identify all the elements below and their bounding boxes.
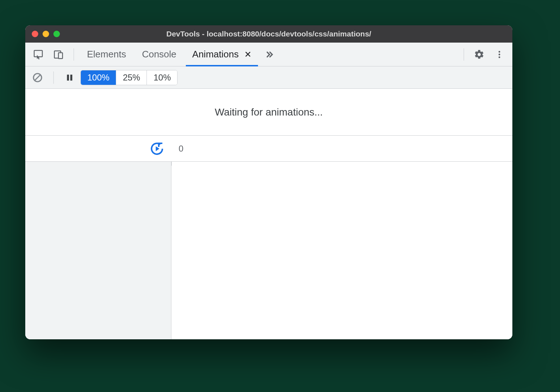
svg-point-5: [499, 56, 500, 58]
divider: [74, 48, 74, 61]
minimize-window-button[interactable]: [43, 31, 49, 37]
clear-button[interactable]: [30, 70, 45, 86]
playback-speed-group: 100% 25% 10%: [80, 70, 178, 85]
animation-timeline-pane[interactable]: [171, 162, 512, 339]
tab-elements[interactable]: Elements: [79, 43, 134, 66]
svg-rect-8: [67, 74, 69, 80]
svg-point-3: [499, 51, 500, 53]
speed-100-button[interactable]: 100%: [81, 70, 116, 85]
tab-label: Elements: [87, 49, 126, 60]
ruler-controls: [25, 136, 171, 161]
svg-rect-0: [34, 50, 43, 57]
timeline-ruler: 0: [25, 136, 512, 162]
ruler-tick: [171, 161, 172, 166]
animations-toolbar: 100% 25% 10%: [25, 66, 512, 89]
device-toolbar-button[interactable]: [50, 46, 67, 63]
timeline-zero-label: 0: [179, 144, 183, 154]
traffic-lights: [32, 31, 60, 37]
settings-button[interactable]: [471, 46, 488, 63]
speed-25-button[interactable]: 25%: [116, 70, 147, 85]
maximize-window-button[interactable]: [53, 31, 60, 37]
window-title: DevTools - localhost:8080/docs/devtools/…: [25, 30, 512, 38]
more-options-button[interactable]: [491, 46, 508, 63]
more-tabs-button[interactable]: [261, 46, 278, 63]
svg-rect-2: [58, 53, 62, 58]
speed-10-button[interactable]: 10%: [147, 70, 177, 85]
tab-label: Animations: [192, 49, 239, 60]
close-icon[interactable]: ✕: [244, 49, 251, 60]
pause-button[interactable]: [62, 70, 78, 86]
titlebar: DevTools - localhost:8080/docs/devtools/…: [25, 25, 512, 43]
animation-names-pane: [25, 162, 171, 339]
svg-point-4: [499, 53, 500, 55]
replay-button[interactable]: [150, 141, 164, 156]
animations-empty-state: Waiting for animations...: [25, 89, 512, 136]
animations-body: [25, 162, 512, 339]
divider: [53, 71, 54, 84]
inspect-element-button[interactable]: [30, 46, 47, 63]
svg-marker-10: [156, 146, 159, 151]
tab-console[interactable]: Console: [134, 43, 184, 66]
tab-animations[interactable]: Animations ✕: [184, 43, 260, 66]
devtools-window: DevTools - localhost:8080/docs/devtools/…: [25, 25, 512, 339]
svg-rect-9: [70, 74, 73, 80]
waiting-message: Waiting for animations...: [215, 106, 323, 118]
tab-label: Console: [142, 49, 176, 60]
divider: [464, 48, 464, 61]
ruler-scale[interactable]: 0: [171, 136, 512, 161]
close-window-button[interactable]: [32, 31, 38, 37]
svg-line-7: [35, 75, 40, 80]
main-tabstrip: Elements Console Animations ✕: [25, 43, 512, 66]
